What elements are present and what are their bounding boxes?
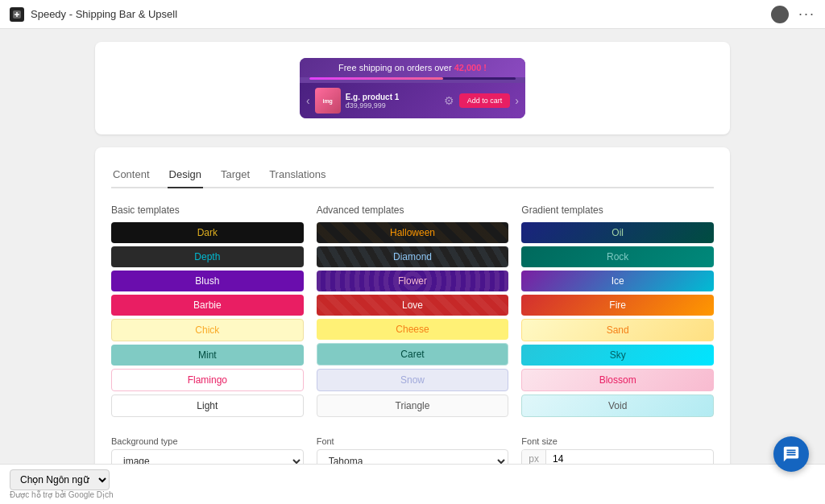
language-select[interactable]: Chọn Ngôn ngữ [10,469,110,490]
advanced-templates-col: Advanced templates Halloween Diamond Flo… [317,204,509,420]
app-icon [10,7,24,22]
add-to-cart-button[interactable]: Add to cart [459,93,511,108]
background-type-label: Background type [111,436,304,446]
product-info: E.g. product 1 đ39,999,999 [346,93,439,109]
template-diamond[interactable]: Diamond [317,246,509,267]
product-name: E.g. product 1 [346,93,439,101]
more-menu-button[interactable]: ··· [798,6,815,23]
banner-amount: 42,000 ! [454,63,487,72]
google-translate-credit: Được hỗ trợ bởi Google Dịch [10,490,114,499]
template-chick[interactable]: Chick [111,319,304,341]
progress-bar [309,77,516,80]
topbar-right: ··· [771,6,815,23]
template-ice[interactable]: Ice [521,271,714,291]
templates-section: Basic templates Dark Depth Blush Barbie … [111,204,714,420]
topbar-left: Speedy - Shipping Bar & Upsell [10,7,177,22]
template-mint[interactable]: Mint [111,345,304,366]
template-blush[interactable]: Blush [111,271,304,291]
preview-card: Free shipping on orders over 42,000 ! ‹ … [95,42,730,134]
template-barbie[interactable]: Barbie [111,295,304,316]
app-title: Speedy - Shipping Bar & Upsell [31,8,177,20]
tabs-row: Content Design Target Translations [111,163,714,188]
advanced-templates-title: Advanced templates [317,204,509,216]
main-content: Free shipping on orders over 42,000 ! ‹ … [82,29,743,504]
lang-section: Chọn Ngôn ngữ Được hỗ trợ bởi Google Dịc… [10,469,114,499]
template-flamingo[interactable]: Flamingo [111,369,304,391]
template-triangle[interactable]: Triangle [317,395,509,417]
template-fire[interactable]: Fire [521,295,714,316]
preview-product-row: ‹ img E.g. product 1 đ39,999,999 ⚙ Add t… [300,83,525,118]
template-light[interactable]: Light [111,395,304,417]
template-sky[interactable]: Sky [521,345,714,366]
basic-templates-title: Basic templates [111,204,304,216]
template-blossom[interactable]: Blossom [521,369,714,391]
progress-bar-fill [309,77,443,80]
tab-translations[interactable]: Translations [267,163,327,188]
chat-button[interactable] [773,436,809,472]
template-depth[interactable]: Depth [111,246,304,267]
gradient-templates-col: Gradient templates Oil Rock Ice Fire San… [521,204,714,420]
template-snow[interactable]: Snow [317,369,509,391]
font-label: Font [317,436,509,446]
topbar: Speedy - Shipping Bar & Upsell ··· [0,0,825,29]
banner-text: Free shipping on orders over [338,63,452,72]
tab-design[interactable]: Design [168,163,203,188]
template-love[interactable]: Love [317,295,509,316]
template-dark[interactable]: Dark [111,222,304,243]
settings-card: Content Design Target Translations Basic… [95,147,730,504]
product-price: đ39,999,999 [346,101,439,109]
prev-chevron-icon[interactable]: ‹ [306,94,310,107]
tab-content[interactable]: Content [111,163,151,188]
template-oil[interactable]: Oil [521,222,714,243]
product-image: img [315,88,341,114]
tab-target[interactable]: Target [219,163,251,188]
bottom-bar: Chọn Ngôn ngữ Được hỗ trợ bởi Google Dịc… [0,464,825,504]
settings-icon: ⚙ [444,94,454,107]
template-void[interactable]: Void [521,395,714,417]
template-flower[interactable]: Flower [317,271,509,291]
gradient-templates-title: Gradient templates [521,204,714,216]
user-avatar[interactable] [771,6,789,23]
template-cheese[interactable]: Cheese [317,319,509,340]
preview-banner: Free shipping on orders over 42,000 ! ‹ … [300,58,525,118]
chat-icon [782,445,800,463]
next-chevron-icon[interactable]: › [515,94,519,107]
template-rock[interactable]: Rock [521,246,714,267]
preview-top-bar: Free shipping on orders over 42,000 ! [300,58,525,77]
template-halloween[interactable]: Halloween [317,222,509,243]
template-caret[interactable]: Caret [317,343,509,366]
template-sand[interactable]: Sand [521,319,714,341]
font-size-label: Font size [521,436,714,446]
basic-templates-col: Basic templates Dark Depth Blush Barbie … [111,204,304,420]
